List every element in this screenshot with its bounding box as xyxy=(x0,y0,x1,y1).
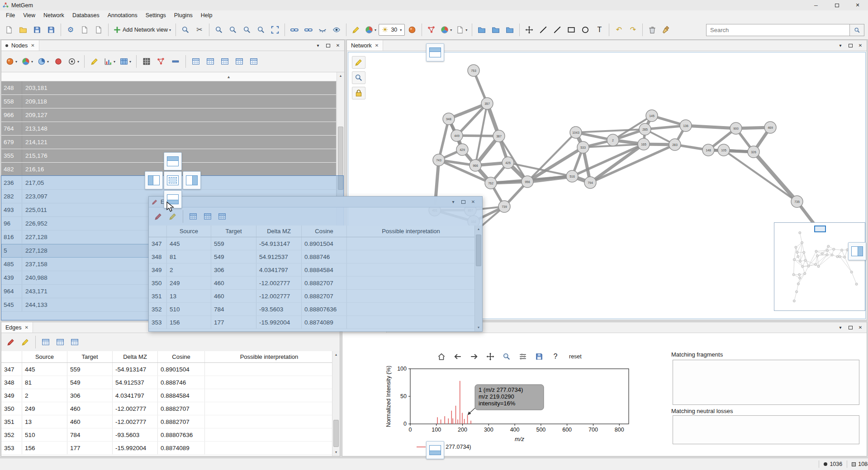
zoom-in-button[interactable] xyxy=(226,23,240,37)
edges-table-row[interactable]: 353156177-15.9920040.8874089 xyxy=(1,442,340,455)
restore-table-button[interactable] xyxy=(39,334,52,350)
freeze-columns-button[interactable] xyxy=(204,54,217,69)
palette-button[interactable]: ▾ xyxy=(439,23,454,37)
delete-button[interactable] xyxy=(645,23,659,37)
network-node[interactable]: 136 xyxy=(680,120,692,132)
restore-table-button[interactable] xyxy=(186,209,200,224)
back-button[interactable] xyxy=(451,350,465,363)
home-button[interactable] xyxy=(435,350,448,363)
scroll-thumb[interactable] xyxy=(333,420,339,447)
save-figure-button[interactable] xyxy=(532,350,546,363)
highlight-yellow-button[interactable] xyxy=(19,334,32,350)
highlight-button[interactable] xyxy=(349,23,363,37)
compress-columns-button[interactable] xyxy=(218,54,232,69)
fullscreen-button[interactable] xyxy=(268,23,282,37)
menu-databases[interactable]: Databases xyxy=(68,11,104,19)
edges-table-scrollbar[interactable]: ▴ ▾ xyxy=(332,351,340,456)
nodes-tab-close-icon[interactable]: ✕ xyxy=(31,43,34,48)
import-metadata-button[interactable] xyxy=(78,23,91,37)
minimap-viewport[interactable] xyxy=(814,226,826,232)
nodes-table-header[interactable]: ▴ xyxy=(1,72,344,81)
floating-panel-float-button[interactable] xyxy=(459,198,468,206)
freeze-columns-button[interactable] xyxy=(201,209,214,224)
network-node[interactable]: 739 xyxy=(498,201,510,212)
help-button[interactable]: ? xyxy=(549,350,562,363)
column-header-target[interactable]: Target xyxy=(211,226,256,237)
floating-panel-menu-button[interactable]: ▾ xyxy=(449,198,458,206)
zoom-selection-button[interactable] xyxy=(254,23,268,37)
target-menu-button[interactable]: ▾ xyxy=(66,54,81,69)
matching-fragments-box[interactable] xyxy=(673,360,859,405)
reset-button[interactable]: reset xyxy=(565,350,586,363)
menu-annotations[interactable]: Annotations xyxy=(104,11,142,19)
spectra-dock-float-button[interactable] xyxy=(846,324,855,332)
network-node[interactable]: 1043 xyxy=(570,127,582,138)
save-project-as-button[interactable] xyxy=(44,23,58,37)
link-nodes-button[interactable] xyxy=(288,23,301,37)
show-columns-button[interactable] xyxy=(247,54,261,69)
scroll-down-icon[interactable]: ▾ xyxy=(475,324,482,331)
menu-file[interactable]: File xyxy=(2,11,19,19)
show-items-button[interactable] xyxy=(330,23,343,37)
zoom-out-button[interactable] xyxy=(212,23,226,37)
network-node[interactable]: 145 xyxy=(646,110,658,122)
network-node[interactable]: 425 xyxy=(502,157,514,169)
nodes-dock-float-button[interactable] xyxy=(323,42,332,50)
download-databases-button[interactable] xyxy=(503,23,517,37)
search-standards-button[interactable] xyxy=(179,23,192,37)
node-size-menu-button[interactable]: ▾ xyxy=(4,54,19,69)
undo-button[interactable]: ↶ xyxy=(612,23,626,37)
dock-indicator-center[interactable] xyxy=(164,171,182,189)
highlight-red-button[interactable] xyxy=(152,209,165,224)
network-node[interactable]: 762 xyxy=(485,177,497,189)
network-dock-menu-button[interactable]: ▾ xyxy=(836,42,845,50)
network-node[interactable]: 743 xyxy=(433,154,445,166)
network-node[interactable]: 449 xyxy=(451,130,463,141)
floating-panel-close-button[interactable]: ✕ xyxy=(469,198,478,206)
edges-table-row[interactable]: 350249460-12.0027770.8882707 xyxy=(149,277,482,290)
network-select-button[interactable] xyxy=(352,71,365,84)
network-node[interactable]: 429 xyxy=(456,144,468,155)
tab-nodes[interactable]: Nodes ✕ xyxy=(1,40,39,51)
pan-button[interactable] xyxy=(484,350,497,363)
customize-button[interactable] xyxy=(516,350,530,363)
network-node[interactable]: 753 xyxy=(468,65,479,76)
network-node[interactable]: 387 xyxy=(493,130,505,142)
edges-table-row[interactable]: 35113460-12.0027770.8882707 xyxy=(1,415,340,428)
edges-table-row[interactable]: 3488154954.9125370.888746 xyxy=(149,250,482,263)
column-header-delta-mz[interactable]: Delta MZ xyxy=(256,226,302,237)
menu-view[interactable]: View xyxy=(19,11,39,19)
dock-indicator-outer-top[interactable] xyxy=(426,43,444,61)
nodes-dock-menu-button[interactable]: ▾ xyxy=(313,42,323,50)
chart-menu-button[interactable]: ▾ xyxy=(102,54,117,69)
network-node[interactable]: 165 xyxy=(638,138,650,150)
network-node[interactable]: 326 xyxy=(748,146,759,158)
compress-columns-button[interactable] xyxy=(215,209,229,224)
column-header-source[interactable]: Source xyxy=(22,351,67,362)
close-button[interactable]: ✕ xyxy=(847,0,868,10)
network-dock-close-button[interactable]: ✕ xyxy=(856,42,865,50)
network-lock-button[interactable] xyxy=(352,87,365,99)
nodes-table-row[interactable]: 764213,148 xyxy=(1,122,344,136)
column-header-possible-interpretation[interactable]: Possible interpretation xyxy=(347,226,475,237)
process-file-button[interactable]: ⚙ xyxy=(64,23,77,37)
line-tool-button[interactable] xyxy=(536,23,550,37)
open-project-button[interactable] xyxy=(16,23,30,37)
network-node[interactable]: 105 xyxy=(718,144,730,156)
nodes-table-row[interactable]: 679214,121 xyxy=(1,136,344,149)
highlight-color-button[interactable] xyxy=(52,54,65,69)
network-edit-button[interactable] xyxy=(352,56,365,69)
edges-table-row[interactable]: 35113460-12.0027770.8882707 xyxy=(149,290,482,303)
network-dock-float-button[interactable] xyxy=(846,42,855,50)
column-header-target[interactable]: Target xyxy=(67,351,113,362)
network-node[interactable]: 533 xyxy=(577,141,589,153)
tools-button[interactable]: ✂ xyxy=(193,23,206,37)
network-node[interactable]: 2 xyxy=(607,134,619,146)
dock-indicator-split-top[interactable] xyxy=(164,152,182,170)
nodes-table-row[interactable]: 558209,118 xyxy=(1,95,344,108)
matching-neutral-losses-box[interactable] xyxy=(673,415,859,444)
search-input[interactable] xyxy=(706,24,850,36)
menu-settings[interactable]: Settings xyxy=(142,11,170,19)
node-color-menu-button[interactable]: ▾ xyxy=(20,54,35,69)
network-layout-button[interactable] xyxy=(425,23,438,37)
